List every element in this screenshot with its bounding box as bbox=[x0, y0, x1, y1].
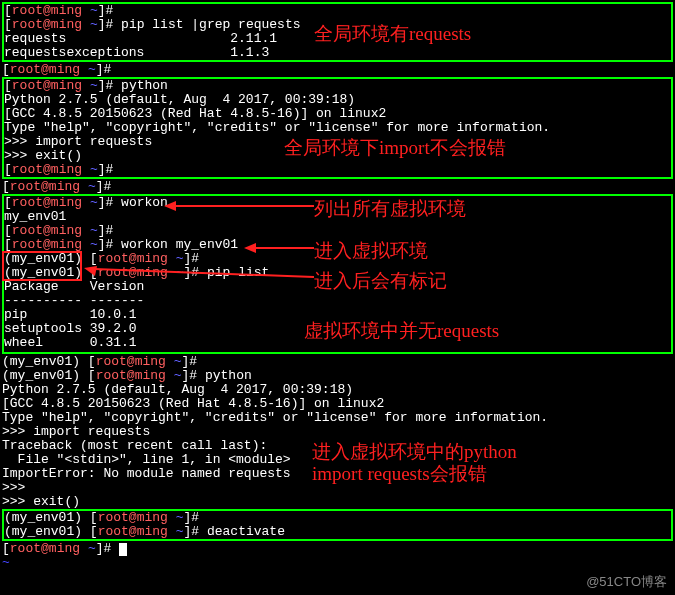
output-row: [GCC 4.8.5 20150623 (Red Hat 4.8.5-16)] … bbox=[2, 397, 673, 411]
annotation-8: import requests会报错 bbox=[312, 461, 487, 487]
env-prompt-line[interactable]: (my_env01) [root@ming ~]# bbox=[4, 511, 671, 525]
output-row: Python 2.7.5 (default, Aug 4 2017, 00:39… bbox=[2, 383, 673, 397]
annotation-3: 列出所有虚拟环境 bbox=[314, 196, 466, 222]
output-row: Python 2.7.5 (default, Aug 4 2017, 00:39… bbox=[4, 93, 671, 107]
highlight-env-tag bbox=[2, 251, 82, 281]
prompt-line-active[interactable]: [root@ming ~]# bbox=[2, 542, 673, 556]
terminal-block-4: (my_env01) [root@ming ~]# python Python … bbox=[2, 369, 673, 509]
annotation-4: 进入虚拟环境 bbox=[314, 238, 428, 264]
cursor-icon bbox=[119, 543, 127, 556]
prompt-line[interactable]: [root@ming ~]# bbox=[2, 180, 673, 194]
watermark: @51CTO博客 bbox=[586, 573, 667, 591]
annotation-5: 进入后会有标记 bbox=[314, 268, 447, 294]
prompt-line[interactable]: [root@ming ~]# bbox=[4, 4, 671, 18]
prompt-line[interactable]: [root@ming ~]# bbox=[2, 63, 673, 77]
output-row: requestsexceptions 1.1.3 bbox=[4, 46, 671, 60]
output-row: ---------- ------- bbox=[4, 294, 671, 308]
annotation-2: 全局环境下import不会报错 bbox=[284, 135, 506, 161]
terminal-block-5: (my_env01) [root@ming ~]# (my_env01) [ro… bbox=[2, 509, 673, 541]
cmd-python[interactable]: [root@ming ~]# python bbox=[4, 79, 671, 93]
terminal-block-3: [root@ming ~]# workon my_env01 [root@min… bbox=[2, 194, 673, 354]
output-row: Type "help", "copyright", "credits" or "… bbox=[4, 121, 671, 135]
annotation-1: 全局环境有requests bbox=[314, 21, 471, 47]
output-row: [GCC 4.8.5 20150623 (Red Hat 4.8.5-16)] … bbox=[4, 107, 671, 121]
cmd-python[interactable]: (my_env01) [root@ming ~]# python bbox=[2, 369, 673, 383]
python-input[interactable]: >>> import requests bbox=[2, 425, 673, 439]
empty-line: ~ bbox=[2, 556, 673, 570]
terminal-block-2: [root@ming ~]# python Python 2.7.5 (defa… bbox=[2, 77, 673, 179]
prompt-line[interactable]: [root@ming ~]# bbox=[4, 163, 671, 177]
output-row: Type "help", "copyright", "credits" or "… bbox=[2, 411, 673, 425]
python-input[interactable]: >>> exit() bbox=[2, 495, 673, 509]
annotation-6: 虚拟环境中并无requests bbox=[304, 318, 499, 344]
prompt-line[interactable]: [root@ming ~]# bbox=[4, 224, 671, 238]
cmd-deactivate[interactable]: (my_env01) [root@ming ~]# deactivate bbox=[4, 525, 671, 539]
terminal-block-1: [root@ming ~]# [root@ming ~]# pip list |… bbox=[2, 2, 673, 62]
env-prompt-line[interactable]: (my_env01) [root@ming ~]# bbox=[2, 355, 673, 369]
